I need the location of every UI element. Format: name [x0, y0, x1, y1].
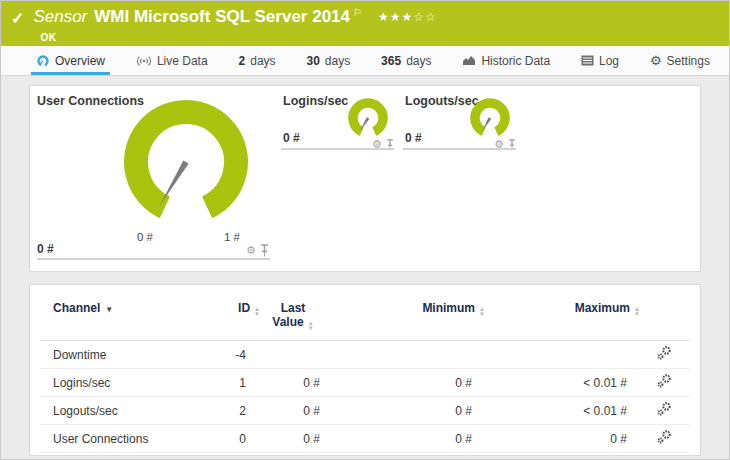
column-header-maximum[interactable]: Maximum▲▼	[485, 285, 640, 341]
cell-minimum	[330, 341, 485, 369]
sensor-header: ✓ Sensor WMI Microsoft SQL Server 2014 ⚐…	[1, 1, 729, 46]
tab-label: Live Data	[157, 54, 208, 68]
cell-minimum: 0 #	[330, 425, 485, 453]
cell-last-value	[260, 341, 330, 369]
column-header-actions	[640, 285, 690, 341]
logouts-value: 0 #	[405, 131, 422, 145]
logouts-gauge	[467, 96, 513, 144]
title-block: Sensor WMI Microsoft SQL Server 2014 ⚐ ★…	[33, 7, 436, 43]
cell-id: 2	[210, 397, 260, 425]
cell-minimum: 0 #	[330, 369, 485, 397]
content-area: User Connections 0 # 1 # 0 # ⚙ Logins/se…	[1, 76, 729, 459]
tab-number: 365	[381, 54, 401, 68]
sort-icon: ▲▼	[254, 307, 260, 317]
gauges-panel: User Connections 0 # 1 # 0 # ⚙ Logins/se…	[29, 85, 701, 272]
gauge-title-logins: Logins/sec	[283, 94, 348, 108]
user-connections-actions: ⚙	[246, 244, 269, 257]
channel-settings-icon[interactable]	[656, 373, 672, 389]
stars-empty: ☆☆	[413, 10, 437, 24]
tab-number: 2	[239, 54, 246, 68]
cell-channel: Logins/sec	[40, 369, 210, 397]
cell-maximum: 0 #	[485, 425, 640, 453]
channel-settings-icon[interactable]	[656, 345, 672, 361]
broadcast-icon	[136, 55, 152, 67]
sensor-page: ✓ Sensor WMI Microsoft SQL Server 2014 ⚐…	[0, 0, 730, 460]
cell-last-value: 0 #	[260, 369, 330, 397]
cell-id: 1	[210, 369, 260, 397]
pin-icon[interactable]	[260, 244, 269, 257]
page-title: WMI Microsoft SQL Server 2014	[94, 7, 350, 27]
column-header-channel[interactable]: Channel▼	[40, 285, 210, 341]
tab-label: Historic Data	[481, 54, 550, 68]
channel-settings-icon[interactable]	[656, 401, 672, 417]
tab-label: days	[406, 54, 431, 68]
cell-channel: Logouts/sec	[40, 397, 210, 425]
cell-maximum	[485, 341, 640, 369]
table-row-user-connections[interactable]: User Connections 0 0 # 0 # 0 #	[40, 425, 690, 453]
sort-icon: ▲▼	[634, 307, 640, 317]
sensor-type-label: Sensor	[33, 7, 87, 27]
column-header-minimum[interactable]: Minimum▲▼	[330, 285, 485, 341]
tab-30-days[interactable]: 30 days	[301, 46, 355, 75]
user-connections-value: 0 #	[37, 242, 54, 256]
priority-stars[interactable]: ★★★☆☆	[378, 7, 437, 27]
gauge-icon	[36, 54, 50, 67]
cell-minimum: 0 #	[330, 397, 485, 425]
tab-label: Overview	[55, 54, 105, 68]
table-row-logins[interactable]: Logins/sec 1 0 # 0 # < 0.01 #	[40, 369, 690, 397]
tab-number: 30	[306, 54, 319, 68]
title-line: Sensor WMI Microsoft SQL Server 2014 ⚐ ★…	[33, 7, 436, 29]
tab-log[interactable]: Log	[576, 46, 624, 75]
user-connections-gauge	[116, 98, 256, 228]
column-header-id[interactable]: ID▲▼	[210, 285, 260, 341]
tab-label: days	[325, 54, 350, 68]
status-check-icon: ✓	[11, 9, 24, 28]
table-row-logouts[interactable]: Logouts/sec 2 0 # 0 # < 0.01 #	[40, 397, 690, 425]
tab-label: Settings	[667, 54, 710, 68]
cell-channel: Downtime	[40, 341, 210, 369]
cell-last-value: 0 #	[260, 425, 330, 453]
channels-panel: Channel▼ ID▲▼ Last Value▲▼ Minimum▲▼	[29, 284, 701, 456]
column-header-last-value[interactable]: Last Value▲▼	[260, 285, 330, 341]
tab-overview[interactable]: Overview	[31, 46, 110, 75]
gauge-scale-max: 1 #	[224, 231, 240, 243]
logins-gauge	[345, 96, 391, 144]
cell-maximum: < 0.01 #	[485, 397, 640, 425]
channels-table: Channel▼ ID▲▼ Last Value▲▼ Minimum▲▼	[40, 285, 690, 453]
flag-icon[interactable]: ⚐	[353, 3, 362, 23]
gear-icon: ⚙	[650, 54, 662, 67]
logins-value: 0 #	[283, 131, 300, 145]
stars-filled: ★★★	[378, 10, 413, 24]
tab-settings[interactable]: ⚙ Settings	[645, 46, 715, 75]
status-badge: OK	[40, 32, 436, 43]
tab-live-data[interactable]: Live Data	[131, 46, 213, 75]
divider	[37, 258, 270, 260]
tab-label: days	[250, 54, 275, 68]
tab-365-days[interactable]: 365 days	[376, 46, 436, 75]
cell-maximum: < 0.01 #	[485, 369, 640, 397]
sort-icon: ▲▼	[479, 307, 485, 317]
sort-desc-icon: ▼	[105, 305, 113, 314]
cell-id: 0	[210, 425, 260, 453]
tab-historic-data[interactable]: Historic Data	[457, 46, 555, 75]
channel-settings-icon[interactable]	[656, 429, 672, 445]
divider	[281, 148, 394, 150]
sort-icon: ▲▼	[308, 321, 314, 331]
cell-channel: User Connections	[40, 425, 210, 453]
tab-bar: Overview Live Data 2 days 30 days 365 da…	[1, 46, 729, 76]
table-row-downtime[interactable]: Downtime -4	[40, 341, 690, 369]
log-icon	[581, 55, 594, 66]
gear-icon[interactable]: ⚙	[246, 245, 256, 256]
gauge-scale-min: 0 #	[137, 231, 153, 243]
area-chart-icon	[462, 55, 476, 66]
cell-id: -4	[210, 341, 260, 369]
cell-last-value: 0 #	[260, 397, 330, 425]
table-header-row: Channel▼ ID▲▼ Last Value▲▼ Minimum▲▼	[40, 285, 690, 341]
divider	[403, 148, 516, 150]
tab-2-days[interactable]: 2 days	[234, 46, 281, 75]
tab-label: Log	[599, 54, 619, 68]
